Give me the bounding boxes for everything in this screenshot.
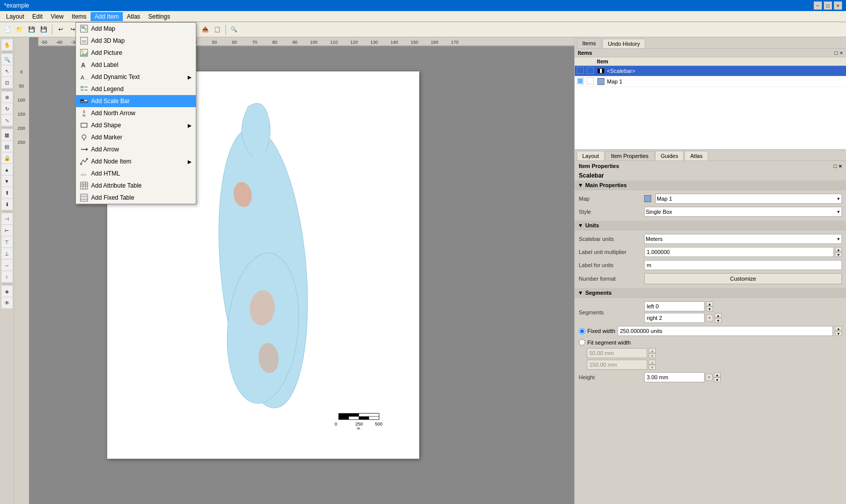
- tool-group[interactable]: ▦: [2, 129, 13, 140]
- tool-rotate[interactable]: ↻: [2, 103, 13, 114]
- height-clear[interactable]: ×: [706, 374, 713, 381]
- tool-center-h[interactable]: ↔: [2, 260, 13, 271]
- fit-max-spin-down[interactable]: ▼: [649, 365, 656, 370]
- menu-additem[interactable]: Add Item: [91, 12, 123, 21]
- fit-segment-radio[interactable]: [579, 339, 585, 346]
- map-select[interactable]: Map 1 ▼: [655, 194, 842, 204]
- style-select[interactable]: Single Box ▼: [644, 207, 842, 217]
- fixed-width-input[interactable]: [618, 326, 833, 336]
- menu-add-label[interactable]: A Add Label: [76, 59, 196, 71]
- toolbar-zoom-fit[interactable]: 🔍: [228, 24, 240, 35]
- props-float-icon[interactable]: □: [833, 163, 837, 169]
- checkbox-map1[interactable]: [577, 77, 585, 86]
- tool-edit-nodes[interactable]: ⊡: [2, 77, 13, 88]
- lock-map1[interactable]: [587, 77, 595, 86]
- seg-right-spin-down[interactable]: ▼: [715, 318, 722, 323]
- tab-undo-history[interactable]: Undo History: [602, 39, 646, 48]
- tool-align-bottom[interactable]: ⊥: [2, 248, 13, 259]
- menu-add-attrtable[interactable]: Add Attribute Table: [76, 180, 196, 192]
- menu-layout[interactable]: Layout: [2, 12, 28, 21]
- toolbar-new[interactable]: 📄: [2, 24, 13, 35]
- tool-align-right[interactable]: ⊢: [2, 225, 13, 236]
- menu-add-legend[interactable]: Add Legend: [76, 83, 196, 95]
- toolbar-saveas[interactable]: 💾: [38, 24, 49, 35]
- fit-min-input[interactable]: [587, 348, 647, 358]
- toolbar-undo[interactable]: ↩: [55, 24, 66, 35]
- minimize-button[interactable]: −: [814, 2, 822, 10]
- menu-add-arrow[interactable]: Add Arrow: [76, 143, 196, 155]
- tab-guides[interactable]: Guides: [655, 151, 684, 160]
- tool-top[interactable]: ⬆: [2, 187, 13, 198]
- props-close-icon[interactable]: ×: [839, 163, 842, 169]
- tool-atlas[interactable]: ◈: [2, 286, 13, 297]
- items-close-icon[interactable]: ×: [840, 50, 843, 56]
- customize-button[interactable]: Customize: [644, 273, 842, 284]
- items-float-icon[interactable]: □: [834, 50, 838, 56]
- menu-add-dyntext[interactable]: A… Add Dynamic Text ▶: [76, 71, 196, 83]
- scalebar-units-select[interactable]: Meters ▼: [644, 234, 842, 244]
- section-units[interactable]: ▼ Units: [575, 220, 846, 230]
- menu-add-shape[interactable]: Add Shape ▶: [76, 119, 196, 131]
- menu-atlas[interactable]: Atlas: [123, 12, 144, 21]
- toolbar-save[interactable]: 💾: [26, 24, 37, 35]
- seg-left-spin-down[interactable]: ▼: [706, 306, 713, 311]
- tool-align-left[interactable]: ⊣: [2, 213, 13, 224]
- items-row-map1[interactable]: Map 1: [575, 76, 846, 87]
- seg-right-spin-up[interactable]: ▲: [715, 313, 722, 318]
- menu-add-scalebar[interactable]: Add Scale Bar: [76, 95, 196, 107]
- menu-add-northarrow[interactable]: N Add North Arrow: [76, 107, 196, 119]
- items-row-scalebar[interactable]: <Scalebar>: [575, 66, 846, 76]
- tool-ungroup[interactable]: ▤: [2, 141, 13, 152]
- tool-bottom[interactable]: ⬇: [2, 199, 13, 210]
- menu-items[interactable]: Items: [68, 12, 91, 21]
- menu-add-nodeitem[interactable]: Add Node Item ▶: [76, 155, 196, 167]
- multiplier-spin-up[interactable]: ▲: [835, 247, 842, 252]
- segments-right-clear[interactable]: ×: [706, 314, 713, 321]
- fit-min-spin-down[interactable]: ▼: [649, 353, 656, 358]
- tab-layout[interactable]: Layout: [577, 151, 604, 160]
- menu-add-fixedtable[interactable]: Add Fixed Table: [76, 192, 196, 204]
- tool-preview[interactable]: 👁: [2, 297, 13, 308]
- tool-lower[interactable]: ▼: [2, 176, 13, 187]
- fixed-width-radio[interactable]: [579, 328, 585, 334]
- menu-add-marker[interactable]: Add Marker: [76, 131, 196, 143]
- menu-add-picture[interactable]: Add Picture: [76, 47, 196, 59]
- tab-atlas[interactable]: Atlas: [684, 151, 708, 160]
- segments-left-input[interactable]: [644, 301, 705, 311]
- menu-view[interactable]: View: [47, 12, 68, 21]
- menu-settings[interactable]: Settings: [144, 12, 174, 21]
- label-units-input[interactable]: [644, 260, 842, 270]
- segments-right-input[interactable]: [644, 313, 705, 323]
- section-main-properties[interactable]: ▼ Main Properties: [575, 180, 846, 190]
- tool-resize[interactable]: ⤡: [2, 115, 13, 126]
- menu-add-3dmap[interactable]: 3D Add 3D Map: [76, 35, 196, 47]
- multiplier-spin-down[interactable]: ▼: [835, 252, 842, 257]
- fixed-width-spin-down[interactable]: ▼: [835, 331, 842, 336]
- tool-center-v[interactable]: ↕: [2, 271, 13, 282]
- toolbar-open[interactable]: 📁: [14, 24, 25, 35]
- maximize-button[interactable]: □: [824, 2, 832, 10]
- tool-align-top[interactable]: ⊤: [2, 236, 13, 247]
- tool-lock[interactable]: 🔒: [2, 152, 13, 163]
- tool-pan[interactable]: ✋: [2, 39, 13, 50]
- lock-scalebar[interactable]: [587, 67, 595, 75]
- tool-zoom[interactable]: 🔍: [2, 54, 13, 65]
- tool-select[interactable]: ↖: [2, 65, 13, 76]
- tab-item-properties[interactable]: Item Properties: [605, 151, 654, 160]
- menu-add-map[interactable]: Add Map: [76, 23, 196, 35]
- label-multiplier-input[interactable]: [644, 247, 834, 257]
- height-spin-down[interactable]: ▼: [714, 377, 721, 382]
- fit-max-spin-up[interactable]: ▲: [649, 360, 656, 365]
- height-input[interactable]: [644, 372, 705, 382]
- tool-raise[interactable]: ▲: [2, 164, 13, 175]
- fixed-width-spin-up[interactable]: ▲: [835, 326, 842, 331]
- height-spin-up[interactable]: ▲: [714, 372, 721, 377]
- section-segments[interactable]: ▼ Segments: [575, 288, 846, 298]
- close-button[interactable]: ×: [834, 2, 842, 10]
- toolbar-export[interactable]: 📤: [200, 24, 211, 35]
- checkbox-scalebar[interactable]: [577, 67, 585, 75]
- menu-add-html[interactable]: </> Add HTML: [76, 167, 196, 180]
- fit-min-spin-up[interactable]: ▲: [649, 348, 656, 353]
- fit-max-input[interactable]: [587, 360, 647, 370]
- tool-move[interactable]: ⊕: [2, 92, 13, 103]
